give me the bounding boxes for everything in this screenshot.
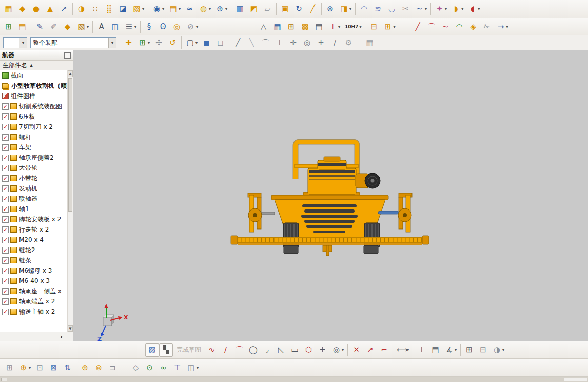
snip-curve-button[interactable]: ✁ — [480, 20, 494, 33]
tree-item[interactable]: ✓轴承端盖 x 2 — [0, 296, 67, 307]
snap-mid-button[interactable]: ╲ — [245, 36, 259, 49]
selection-marquee-caret[interactable]: ▾ — [195, 41, 198, 45]
sew-button[interactable]: ◗▾ — [449, 3, 465, 16]
spring-button[interactable]: ʘ — [156, 20, 170, 33]
visibility-checkbox[interactable]: ✓ — [2, 155, 9, 161]
ruled-surface-button[interactable]: ◠ — [357, 3, 371, 16]
measure-button[interactable]: ⊥▾ — [326, 20, 342, 33]
snap-plus-button[interactable]: + — [314, 36, 328, 49]
tree-item[interactable]: ✓M6螺母 x 3 — [0, 265, 67, 276]
swept-surface-button[interactable]: ◡ — [385, 3, 399, 16]
strainer-button[interactable]: ⊘▾ — [184, 20, 200, 33]
worksheet-button[interactable]: ⊞ — [2, 20, 15, 33]
cube-edit-button[interactable]: ◨▾ — [337, 3, 354, 16]
patch-button[interactable]: ◖▾ — [465, 3, 482, 16]
tee-connector-button[interactable]: ⊤ — [170, 361, 184, 374]
nugget-button[interactable]: ◆ — [61, 20, 74, 33]
snap-cross-button[interactable]: ✛ — [286, 36, 300, 49]
sketch-circle-button[interactable]: ◯ — [246, 343, 260, 357]
shell-button[interactable]: ▥ — [233, 3, 247, 16]
scroll-down-icon[interactable]: ▼ — [68, 325, 73, 332]
tree-item[interactable]: ✓切割系统装配图 — [0, 101, 67, 111]
visibility-checkbox[interactable]: ✓ — [2, 226, 9, 233]
line-curve-button[interactable]: ╱ — [410, 20, 424, 33]
annotation-caret[interactable]: ▾ — [87, 25, 89, 29]
closed-curve-button[interactable]: ◠ — [452, 20, 466, 33]
washer-button[interactable]: ◎ — [170, 20, 184, 33]
sew-caret[interactable]: ▾ — [461, 7, 463, 11]
visibility-checkbox[interactable]: ✓ — [2, 237, 9, 243]
slab-caret[interactable]: ▾ — [179, 7, 181, 11]
more-curves-caret[interactable]: ▾ — [506, 25, 508, 29]
tree-vertical-scrollbar[interactable]: ▲ ▼ — [67, 70, 73, 332]
quick-extend-button[interactable]: ↗ — [363, 343, 377, 357]
scroll-up-icon[interactable]: ▲ — [68, 70, 73, 77]
visibility-checkbox[interactable]: ✓ — [2, 185, 9, 192]
extrude-caret[interactable]: ▾ — [142, 7, 144, 11]
edit-sketch-button[interactable]: ✎ — [33, 20, 47, 33]
float-panel-icon[interactable] — [64, 52, 71, 59]
measure-caret[interactable]: ▾ — [338, 25, 340, 29]
snap-center-button[interactable]: ◎ — [300, 36, 314, 49]
mini-component-button[interactable]: ⊡ — [33, 361, 47, 374]
thread-button[interactable]: § — [142, 20, 156, 33]
cube-edit-caret[interactable]: ▾ — [349, 7, 351, 11]
helix-button[interactable]: ↻ — [292, 3, 306, 16]
slab-button[interactable]: ▤▾ — [166, 3, 183, 16]
visibility-checkbox[interactable]: ✓ — [2, 196, 9, 202]
gold-box-a-button[interactable]: ⊟ — [367, 20, 381, 33]
studio-surface-button[interactable]: ◈ — [466, 20, 480, 33]
selection-marquee-button[interactable]: ▢▾ — [183, 36, 200, 49]
rotate-handles-button[interactable]: ↺ — [166, 36, 180, 49]
snap-gear-button[interactable]: ⚙ — [342, 36, 356, 49]
solid-block-button[interactable]: ▦ — [2, 3, 15, 16]
sort-ascending-icon[interactable]: ▲ — [30, 63, 33, 68]
tree-item[interactable]: ✓轴承座侧盖2 — [0, 152, 67, 163]
tree-item[interactable]: ✓脚轮安装板 x 2 — [0, 214, 67, 224]
relations-button[interactable]: ∡▾ — [442, 343, 459, 357]
graphics-window[interactable]: X Z — [73, 50, 588, 341]
pattern-component-button[interactable]: ⊠ — [47, 361, 61, 374]
exploded-view-button[interactable]: ◫▾ — [184, 361, 201, 374]
boolean-caret[interactable]: ▾ — [225, 7, 227, 11]
exploded-view-caret[interactable]: ▾ — [197, 366, 199, 370]
chain-link-button[interactable]: ⊙ — [143, 361, 156, 374]
chevron-down-icon[interactable]: ▾ — [19, 38, 27, 48]
move-component-button[interactable]: ⇅ — [61, 361, 74, 374]
sketch-point-button[interactable]: + — [316, 343, 329, 357]
edit-feature-button[interactable]: ✐ — [47, 20, 61, 33]
rapid-dimension-caret[interactable]: ▾ — [407, 348, 409, 352]
chamfer-corner-button[interactable]: ◺ — [274, 343, 288, 357]
grid-pattern-button[interactable]: ▩ — [298, 20, 312, 33]
solid-select-button[interactable]: ◼ — [200, 36, 213, 49]
tree-item[interactable]: ✓发动机 — [0, 183, 67, 194]
revolve-button[interactable]: ◉▾ — [150, 3, 166, 16]
tree-item[interactable]: ✓M6-40 x 3 — [0, 276, 67, 286]
scrollbar-track[interactable] — [68, 77, 73, 325]
visibility-checkbox[interactable]: ✓ — [2, 144, 9, 151]
finish-flag-button[interactable]: ▚ — [159, 343, 173, 357]
feature-list-button[interactable]: ☰▾ — [122, 20, 139, 33]
type-filter-combo[interactable]: ▾ — [3, 37, 27, 48]
assemble-b-button[interactable]: ⊚ — [92, 361, 106, 374]
orientation-triad[interactable]: X Z — [97, 304, 128, 341]
add-component-button[interactable]: ⊕▾ — [16, 361, 33, 374]
make-corner-button[interactable]: ⌐ — [377, 343, 391, 357]
snap-curve-button[interactable]: ⌒ — [259, 36, 272, 49]
visibility-checkbox[interactable]: ✓ — [2, 247, 9, 254]
gold-box-b-button[interactable]: ⊞▾ — [381, 20, 397, 33]
visibility-checkbox[interactable]: ✓ — [2, 298, 9, 305]
relations-caret[interactable]: ▾ — [455, 348, 457, 352]
visibility-checkbox[interactable]: ✓ — [2, 103, 9, 110]
tree-item[interactable]: ✓轴1 — [0, 204, 67, 214]
table-button[interactable]: ▦ — [270, 20, 284, 33]
visibility-checkbox[interactable]: ✓ — [2, 268, 9, 274]
text-button[interactable]: A — [94, 20, 108, 33]
tree-item[interactable]: ✓联轴器 — [0, 194, 67, 204]
visibility-checkbox[interactable]: ✓ — [2, 206, 9, 213]
mower-model[interactable] — [231, 142, 429, 256]
visibility-checkbox[interactable]: ✓ — [2, 165, 9, 171]
snap-slash-button[interactable]: ∕ — [328, 36, 342, 49]
sketch-line-button[interactable]: ∕ — [219, 343, 232, 357]
visibility-checkbox[interactable]: ✓ — [2, 134, 9, 141]
